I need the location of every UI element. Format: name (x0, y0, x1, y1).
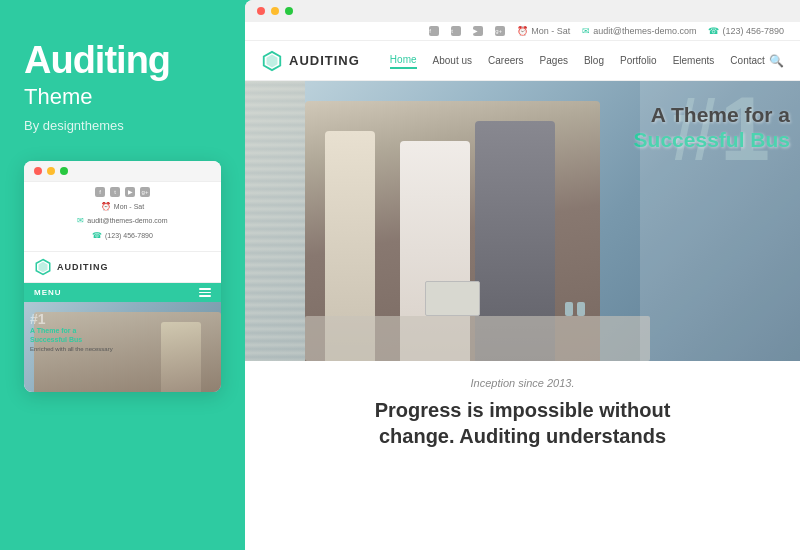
hamburger-icon (199, 288, 211, 297)
email-icon: ✉ (77, 214, 84, 228)
hamburger-line-2 (199, 292, 211, 294)
hero-right-overlay (640, 81, 800, 361)
hero-table (305, 316, 650, 361)
mobile-hero-overlay: #1 A Theme for aSuccessful Bus Enriched … (30, 312, 221, 352)
hero-laptop (425, 281, 480, 316)
nav-portfolio[interactable]: Portfolio (620, 53, 657, 68)
phone-icon: ☎ (92, 229, 102, 243)
mobile-hero-subtext: Enriched with all the necessary (30, 346, 221, 352)
search-icon[interactable]: 🔍 (769, 54, 784, 68)
dot-yellow (47, 167, 55, 175)
mobile-logo-row: AUDITING (24, 252, 221, 283)
mobile-preview-card: f t ▶ g+ ⏰ Mon - Sat ✉ audit@themes-demo… (24, 161, 221, 392)
facebook-icon: f (95, 187, 105, 197)
desktop-dot-yellow (271, 7, 279, 15)
nav-contact[interactable]: Contact (730, 53, 764, 68)
nav-blog[interactable]: Blog (584, 53, 604, 68)
desktop-twitter-icon: t (451, 26, 461, 36)
phone-icon-desktop: ☎ (708, 26, 719, 36)
nav-logo-text: AUDITING (289, 53, 360, 68)
nav-about[interactable]: About us (433, 53, 472, 68)
hero-heading: Progress is impossible withoutchange. Au… (269, 397, 776, 449)
mobile-hero-text: A Theme for aSuccessful Bus (30, 326, 221, 344)
nav-links: Home About us Careers Pages Blog Portfol… (390, 52, 769, 69)
dot-red (34, 167, 42, 175)
theme-title: Auditing (24, 40, 221, 82)
hamburger-line-1 (199, 288, 211, 290)
desktop-facebook-icon: f (429, 26, 439, 36)
nav-elements[interactable]: Elements (673, 53, 715, 68)
topbar-social: f t ▶ g+ (429, 26, 505, 36)
email-icon-desktop: ✉ (582, 26, 590, 36)
svg-marker-1 (39, 262, 48, 273)
topbar-phone: ☎ (123) 456-7890 (708, 26, 784, 36)
hero-tagline: Inception since 2013. (269, 377, 776, 389)
mobile-menu-label: MENU (34, 288, 62, 297)
nav-home[interactable]: Home (390, 52, 417, 69)
desktop-topbar: f t ▶ g+ ⏰ Mon - Sat ✉ audit@themes-demo… (245, 22, 800, 41)
hero-bottom: Inception since 2013. Progress is imposs… (245, 361, 800, 550)
left-panel: Auditing Theme By designthemes f t ▶ g+ … (0, 0, 245, 550)
theme-author: By designthemes (24, 118, 221, 133)
desktop-youtube-icon: ▶ (473, 26, 483, 36)
hero-curtain (245, 81, 305, 361)
right-panel: f t ▶ g+ ⏰ Mon - Sat ✉ audit@themes-demo… (245, 0, 800, 550)
hero-glass-2 (577, 302, 585, 316)
mobile-hero-number: #1 (30, 312, 221, 326)
topbar-contact: ⏰ Mon - Sat ✉ audit@themes-demo.com ☎ (1… (517, 26, 784, 36)
hero-glass-1 (565, 302, 573, 316)
mobile-contact-info: ⏰ Mon - Sat ✉ audit@themes-demo.com ☎ (1… (24, 197, 221, 246)
clock-icon-desktop: ⏰ (517, 26, 528, 36)
desktop-googleplus-icon: g+ (495, 26, 505, 36)
desktop-dot-red (257, 7, 265, 15)
mobile-social-icons: f t ▶ g+ (24, 187, 221, 197)
mobile-logo-text: AUDITING (57, 262, 109, 272)
mobile-topbar: f t ▶ g+ ⏰ Mon - Sat ✉ audit@themes-demo… (24, 182, 221, 252)
nav-logo-hex-icon (261, 50, 283, 72)
mobile-hero: #1 A Theme for aSuccessful Bus Enriched … (24, 302, 221, 392)
topbar-email: ✉ audit@themes-demo.com (582, 26, 696, 36)
googleplus-icon: g+ (140, 187, 150, 197)
desktop-nav: AUDITING Home About us Careers Pages Blo… (245, 41, 800, 81)
youtube-icon: ▶ (125, 187, 135, 197)
dot-green (60, 167, 68, 175)
clock-icon: ⏰ (101, 200, 111, 214)
nav-careers[interactable]: Careers (488, 53, 524, 68)
theme-subtitle: Theme (24, 84, 221, 110)
topbar-hours: ⏰ Mon - Sat (517, 26, 570, 36)
desktop-dot-green (285, 7, 293, 15)
mobile-menu-bar[interactable]: MENU (24, 283, 221, 302)
nav-logo: AUDITING (261, 50, 360, 72)
nav-pages[interactable]: Pages (540, 53, 568, 68)
desktop-titlebar (245, 0, 800, 22)
desktop-hero: #1 A Theme for a Successful Bus Inceptio… (245, 81, 800, 550)
twitter-icon: t (110, 187, 120, 197)
mobile-titlebar (24, 161, 221, 182)
logo-hex-icon (34, 258, 52, 276)
hamburger-line-3 (199, 295, 211, 297)
svg-marker-3 (267, 54, 278, 67)
hero-image: #1 A Theme for a Successful Bus (245, 81, 800, 361)
